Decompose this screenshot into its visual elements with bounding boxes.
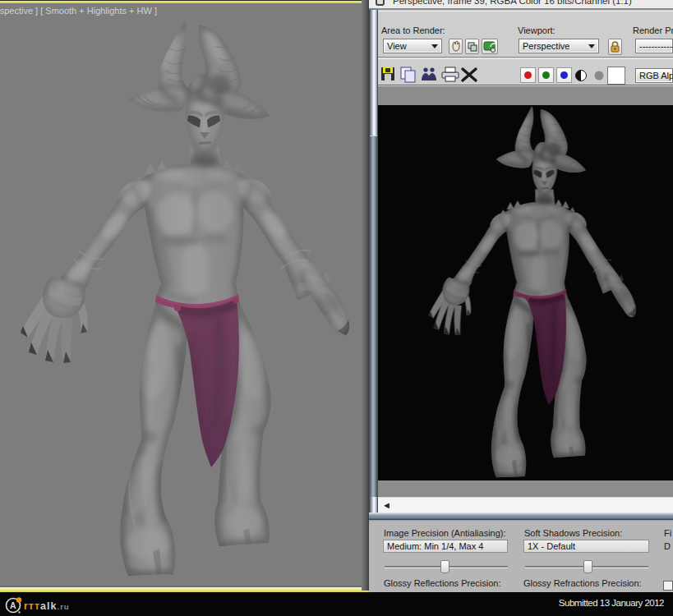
svg-text:A: A — [10, 600, 16, 610]
svg-text:rттalk.ru: rттalk.ru — [24, 600, 70, 612]
